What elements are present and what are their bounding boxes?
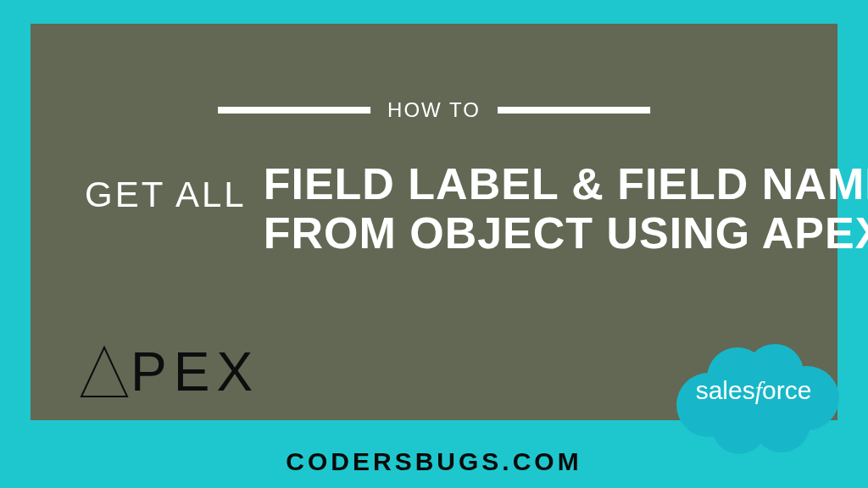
kicker-row: HOW TO xyxy=(218,98,650,122)
headline-line-2: FROM OBJECT USING APEX xyxy=(264,208,868,258)
salesforce-label-post: orce xyxy=(762,376,811,404)
apex-letter-x: X xyxy=(216,341,258,403)
kicker: HOW TO xyxy=(387,98,481,122)
headline-row: GET ALL FIELD LABEL & FIELD NAME FROM OB… xyxy=(31,159,837,258)
headline-line-1: FIELD LABEL & FIELD NAME xyxy=(264,159,868,208)
subhead: GET ALL xyxy=(85,175,247,215)
svg-marker-0 xyxy=(81,347,127,396)
divider-left xyxy=(218,107,370,114)
divider-right xyxy=(498,107,650,114)
salesforce-label-pre: sales xyxy=(696,376,755,404)
apex-letter-e: E xyxy=(174,341,215,403)
apex-logo: P E X xyxy=(80,341,258,403)
salesforce-label: salesforce xyxy=(696,376,812,405)
site-credit: CODERSBUGS.COM xyxy=(286,447,581,476)
hero-panel: HOW TO GET ALL FIELD LABEL & FIELD NAME … xyxy=(31,24,837,420)
apex-letter-p: P xyxy=(131,341,172,403)
apex-triangle-icon xyxy=(80,346,129,398)
salesforce-badge: salesforce xyxy=(665,332,843,459)
headline: FIELD LABEL & FIELD NAME FROM OBJECT USI… xyxy=(264,159,868,258)
